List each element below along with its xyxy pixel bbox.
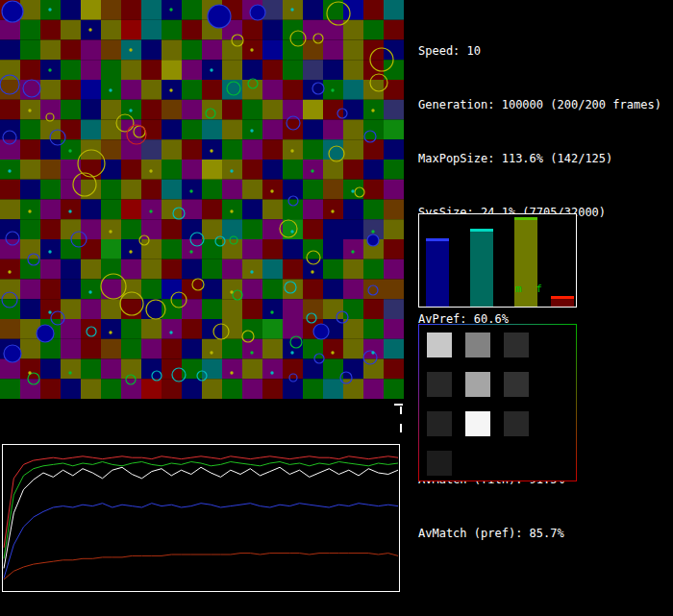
world-cell: [81, 259, 101, 280]
world-cell: [162, 100, 182, 120]
world-cell: [81, 200, 101, 220]
world-cell: [242, 180, 262, 200]
world-cell: [222, 259, 242, 280]
world-cell: [61, 60, 81, 80]
world-cell: [20, 20, 40, 40]
world-cell: [262, 100, 283, 120]
world-cell: [242, 160, 262, 180]
world-cell: [182, 20, 202, 40]
world-cell: [0, 319, 20, 339]
organism-dot: [129, 250, 132, 253]
organism-dot: [290, 230, 293, 233]
world-cell: [0, 160, 20, 180]
world-cell: [141, 180, 162, 200]
world-cell: [384, 0, 404, 20]
world-cell: [242, 200, 262, 220]
world-cell: [303, 379, 323, 399]
world-cell: [343, 20, 363, 40]
organism-dot: [270, 371, 273, 374]
world-cell: [182, 180, 202, 200]
world-cell: [303, 180, 323, 200]
scrollbar-mark[interactable]: [400, 424, 402, 432]
panel-divider-mark[interactable]: [394, 404, 403, 406]
world-cell: [242, 259, 262, 280]
world-cell: [283, 359, 303, 380]
world-cell: [262, 60, 283, 80]
organism-dot: [311, 169, 313, 172]
simulation-app: Speed: 10 Generation: 100000 (200/200 fr…: [0, 0, 673, 616]
world-cell: [323, 60, 343, 80]
world-cell: [141, 379, 162, 399]
world-cell: [182, 239, 202, 259]
world-cell: [323, 180, 343, 200]
world-cell: [40, 379, 61, 399]
world-cell: [81, 40, 101, 61]
world-cell: [61, 379, 81, 399]
world-cell: [101, 280, 121, 300]
organism-dot: [290, 8, 293, 11]
heat-cell: [542, 372, 567, 397]
world-cell: [141, 339, 162, 359]
world-cell: [121, 0, 141, 20]
world-cell: [61, 120, 81, 140]
history-lines: [3, 445, 399, 591]
world-cell: [242, 379, 262, 399]
world-cell: [262, 339, 283, 359]
world-cell: [20, 339, 40, 359]
world-cell: [262, 200, 283, 220]
organism-dot: [109, 88, 112, 91]
organism-dot: [311, 270, 313, 273]
world-cell: [101, 239, 121, 259]
world-cell: [363, 359, 384, 380]
organism-dot: [48, 8, 51, 11]
world-cell: [162, 339, 182, 359]
world-cell: [242, 299, 262, 319]
world-cell: [384, 80, 404, 100]
world-cell: [222, 299, 242, 319]
organism-dot: [48, 310, 51, 313]
organism-dot: [290, 149, 293, 152]
world-cell: [182, 40, 202, 61]
organism-dot: [331, 351, 334, 354]
world-cell: [182, 359, 202, 380]
world-cell: [242, 319, 262, 339]
world-cell: [182, 379, 202, 399]
world-cell: [242, 100, 262, 120]
world-cell: [262, 20, 283, 40]
world-cell: [384, 120, 404, 140]
world-cell: [363, 0, 384, 20]
world-cell: [262, 139, 283, 160]
world-cell: [121, 60, 141, 80]
world-canvas[interactable]: [0, 0, 404, 399]
world-cell: [384, 219, 404, 239]
world-cell: [303, 200, 323, 220]
world-cell: [101, 160, 121, 180]
world-cell: [283, 160, 303, 180]
world-cell: [283, 239, 303, 259]
world-cell: [283, 40, 303, 61]
world-cell: [141, 319, 162, 339]
world-cell: [0, 60, 20, 80]
world-cell: [343, 280, 363, 300]
bars: [419, 214, 576, 307]
world-cell: [262, 259, 283, 280]
organism-dot: [129, 48, 132, 51]
scrollbar-mark[interactable]: [400, 407, 402, 414]
series-line-green: [4, 462, 398, 559]
world-cell: [323, 299, 343, 319]
world-cell: [162, 219, 182, 239]
world-cell: [141, 80, 162, 100]
world-cell: [363, 299, 384, 319]
population-bar-chart: m f: [418, 213, 577, 308]
world-cell: [262, 299, 283, 319]
heat-cell: [465, 451, 490, 476]
organism-dot: [109, 331, 112, 333]
world-cell: [363, 120, 384, 140]
world-cell: [242, 60, 262, 80]
bar-cap: [551, 296, 574, 299]
world-cell: [343, 259, 363, 280]
world-cell: [202, 200, 222, 220]
world-cell: [303, 359, 323, 380]
world-cell: [20, 259, 40, 280]
stat-maxpopsize: MaxPopSize: 113.6% (142/125): [418, 150, 670, 168]
